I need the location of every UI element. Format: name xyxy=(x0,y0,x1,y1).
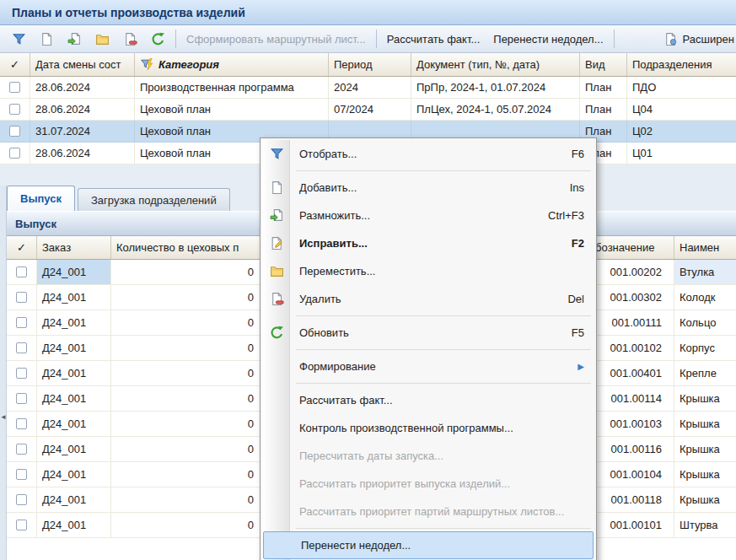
toolbar-button-delete[interactable] xyxy=(116,28,144,50)
cell-order: Д24_001 xyxy=(37,386,111,412)
left-splitter[interactable]: ◄ xyxy=(0,186,7,560)
header-designation-label: Обозначение xyxy=(587,241,654,254)
menu-separator xyxy=(296,349,591,350)
row-check-cell xyxy=(0,77,30,99)
checkbox[interactable] xyxy=(16,444,27,455)
checkbox[interactable] xyxy=(16,267,27,277)
header-quantity[interactable]: Количество в цеховых п xyxy=(111,236,263,259)
cell-division: Ц02 xyxy=(627,121,736,143)
checkbox[interactable] xyxy=(9,148,20,159)
collapse-arrow-icon: ◄ xyxy=(0,413,7,421)
header-category[interactable]: Категория xyxy=(135,53,329,76)
toolbar-button-label: Расширен xyxy=(683,33,734,46)
toolbar-separator xyxy=(614,30,615,48)
toolbar-button-extended[interactable]: Расширен xyxy=(657,28,736,50)
menu-item-add[interactable]: Добавить...Ins xyxy=(262,174,594,202)
toolbar: Сформировать маршрутный лист...Рассчитат… xyxy=(0,25,736,53)
header-kind[interactable]: Вид xyxy=(580,53,627,76)
menu-separator xyxy=(296,170,591,171)
checkbox[interactable] xyxy=(16,368,27,379)
plans-table-row[interactable]: 28.06.2024Цеховой план07/2024ПлЦех, 2024… xyxy=(0,99,736,121)
header-name[interactable]: Наимен xyxy=(674,236,736,259)
checkbox[interactable] xyxy=(9,82,20,93)
menu-item-select[interactable]: Отобрать...F6 xyxy=(262,140,594,168)
cell-quantity: 0 xyxy=(111,487,263,513)
cell-quantity: 0 xyxy=(111,260,263,285)
filter-icon xyxy=(12,32,26,46)
tab-zagruzka-podrazdelenij[interactable]: Загрузка подразделений xyxy=(78,188,230,211)
header-division[interactable]: Подразделения xyxy=(627,53,736,76)
menu-item-label: Рассчитать приоритет выпуска изделий... xyxy=(299,477,510,490)
toolbar-button-form-route-sheet[interactable]: Сформировать маршрутный лист... xyxy=(180,28,373,50)
menu-item-move[interactable]: Переместить... xyxy=(262,257,594,285)
title-bar: Планы и отчеты производства изделий xyxy=(0,0,736,25)
toolbar-button-add[interactable] xyxy=(33,28,61,50)
cell-name: Втулка xyxy=(674,260,736,285)
toolbar-separator xyxy=(376,30,377,48)
cell-name: Корпус xyxy=(674,336,736,361)
header-document[interactable]: Документ (тип, №, дата) xyxy=(411,53,580,76)
cell-period: 2024 xyxy=(329,77,411,99)
checkbox[interactable] xyxy=(16,418,27,429)
checkbox[interactable] xyxy=(9,104,20,115)
checkbox[interactable] xyxy=(16,393,27,404)
plans-table-row[interactable]: 28.06.2024Производственная программа2024… xyxy=(0,77,736,99)
menu-item-refresh[interactable]: ОбновитьF5 xyxy=(262,319,594,347)
toolbar-button-duplicate[interactable] xyxy=(61,28,89,50)
menu-item-formation[interactable]: Формирование▶ xyxy=(262,353,594,380)
cell-order: Д24_001 xyxy=(37,487,111,513)
menu-item-label: Контроль производственной программы... xyxy=(299,422,513,434)
tab-vypusk[interactable]: Выпуск xyxy=(7,186,75,211)
menu-item-recalc-launch-dates[interactable]: Пересчитать даты запуска... xyxy=(262,442,594,470)
menu-item-delete[interactable]: УдалитьDel xyxy=(262,285,594,313)
doc-gear-icon xyxy=(663,32,678,46)
cell-name: Крышка xyxy=(674,487,736,513)
cell-document: ПрПр, 2024-1, 01.07.2024 xyxy=(411,77,580,99)
menu-item-control-production-program[interactable]: Контроль производственной программы... xyxy=(262,414,594,442)
checkbox[interactable] xyxy=(16,317,27,328)
cell-order: Д24_001 xyxy=(37,412,111,437)
header-date-label: Дата смены сост xyxy=(35,58,121,71)
header-period[interactable]: Период xyxy=(329,53,411,76)
toolbar-button-transfer-shortfall[interactable]: Перенести недодел... xyxy=(486,28,610,50)
row-check-cell xyxy=(7,361,37,386)
cell-name: Крышка xyxy=(674,386,736,412)
header-order[interactable]: Заказ xyxy=(37,236,111,259)
toolbar-button-refresh[interactable] xyxy=(144,28,172,50)
checkbox[interactable] xyxy=(16,342,27,353)
header-check[interactable]: ✓ xyxy=(0,53,30,76)
toolbar-button-calc-fact[interactable]: Рассчитать факт... xyxy=(380,28,487,50)
menu-shortcut: Del xyxy=(544,293,584,305)
menu-item-label: Пересчитать даты запуска... xyxy=(299,450,443,462)
folder-icon xyxy=(95,32,110,46)
toolbar-button-move[interactable] xyxy=(89,28,116,50)
cell-name: Кольцо xyxy=(674,310,736,336)
cell-order: Д24_001 xyxy=(37,336,111,361)
checkbox[interactable] xyxy=(16,292,27,303)
menu-item-calc-batch-priority[interactable]: Рассчитать приоритет партий маршрутных л… xyxy=(262,498,594,525)
toolbar-button-label: Перенести недодел... xyxy=(493,33,603,46)
copy-doc-icon xyxy=(67,32,82,46)
menu-item-transfer-shortfall[interactable]: Перенести недодел... xyxy=(263,531,594,559)
checkbox[interactable] xyxy=(16,520,27,530)
menu-item-duplicate[interactable]: Размножить...Ctrl+F3 xyxy=(262,202,594,229)
checkbox[interactable] xyxy=(9,126,20,137)
header-date[interactable]: Дата смены сост xyxy=(30,53,135,76)
toolbar-button-filter[interactable] xyxy=(5,28,33,50)
check-icon: ✓ xyxy=(10,58,19,71)
cell-quantity: 0 xyxy=(111,285,263,310)
cell-name: Крышка xyxy=(674,462,736,487)
window: Планы и отчеты производства изделий Сфор… xyxy=(0,0,736,560)
cell-division: Ц01 xyxy=(627,143,736,164)
cell-division: ПДО xyxy=(627,77,736,99)
menu-item-calc-fact[interactable]: Рассчитать факт... xyxy=(262,386,594,414)
header-check-2[interactable]: ✓ xyxy=(7,236,37,259)
checkbox[interactable] xyxy=(16,469,27,480)
row-check-cell xyxy=(7,285,37,310)
menu-item-edit[interactable]: Исправить...F2 xyxy=(262,229,594,257)
menu-item-calc-product-priority[interactable]: Рассчитать приоритет выпуска изделий... xyxy=(262,470,594,498)
header-division-label: Подразделения xyxy=(632,58,712,71)
checkbox[interactable] xyxy=(16,494,27,505)
filter-icon xyxy=(270,147,284,161)
cell-order: Д24_001 xyxy=(37,310,111,336)
